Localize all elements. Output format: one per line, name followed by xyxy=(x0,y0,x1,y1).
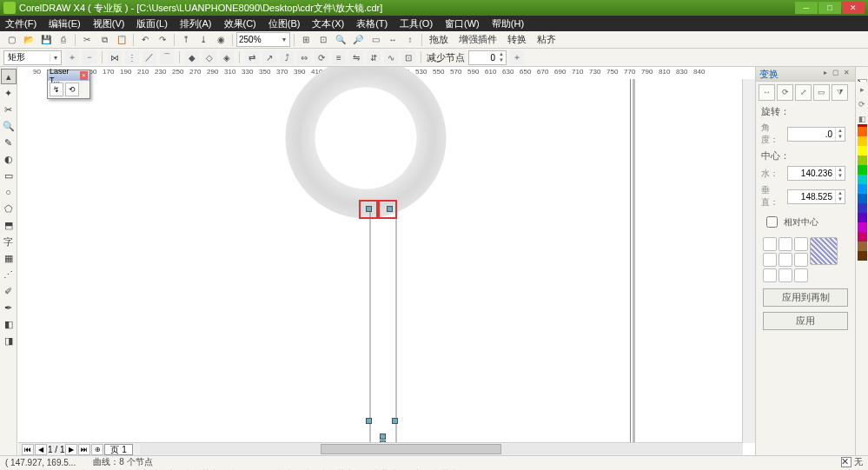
curve-node[interactable] xyxy=(392,418,398,424)
anchor-tr[interactable] xyxy=(794,237,808,251)
ring-shape[interactable] xyxy=(285,67,447,219)
add-page-icon[interactable]: ⊕ xyxy=(91,444,103,455)
undo-icon[interactable]: ↶ xyxy=(137,32,153,48)
menu-help[interactable]: 帮助(H) xyxy=(492,17,524,30)
arrow-up-icon[interactable]: ▲ xyxy=(836,190,845,196)
zoom-level[interactable]: ▾ xyxy=(236,32,290,47)
label-enhance[interactable]: 增强插件 xyxy=(459,33,497,46)
eyedropper-icon[interactable]: ✐ xyxy=(1,283,17,299)
laser-btn-1[interactable]: ↯ xyxy=(50,83,63,96)
panel-header[interactable]: Laser T... × xyxy=(48,70,89,81)
label-drag[interactable]: 拖放 xyxy=(429,33,448,46)
anchor-tc[interactable] xyxy=(779,237,792,251)
zoom-input[interactable] xyxy=(237,35,279,44)
angle-input[interactable] xyxy=(788,128,835,141)
reflect-h-icon[interactable]: ⇋ xyxy=(349,50,363,64)
label-paste[interactable]: 粘齐 xyxy=(537,33,556,46)
menu-bitmaps[interactable]: 位图(B) xyxy=(268,17,301,30)
color-swatch[interactable] xyxy=(858,156,867,165)
fill-tool-icon[interactable]: ◧ xyxy=(1,316,17,332)
outline-tool-icon[interactable]: ✒ xyxy=(1,300,17,315)
blend-tool-icon[interactable]: ⋰ xyxy=(1,267,17,282)
rectangle-tool-icon[interactable]: ▭ xyxy=(1,168,17,183)
anchor-mr[interactable] xyxy=(794,253,808,267)
docker-menu-icon[interactable]: ▸ xyxy=(820,69,831,79)
menu-arrange[interactable]: 排列(A) xyxy=(180,17,212,30)
node-join-icon[interactable]: ⋈ xyxy=(108,50,122,64)
new-icon[interactable]: ▢ xyxy=(3,32,19,48)
menu-file[interactable]: 文件(F) xyxy=(5,17,36,30)
scale-icon[interactable]: ⤢ xyxy=(795,84,812,101)
docker-minimize-icon[interactable]: ▢ xyxy=(831,69,841,79)
zoom-height-icon[interactable]: ↕ xyxy=(402,32,418,48)
open-icon[interactable]: 📂 xyxy=(21,32,36,48)
reduce-nodes-spin[interactable]: ▲▼ xyxy=(468,50,507,65)
curve-node[interactable] xyxy=(366,206,372,212)
shape-combo[interactable]: ▾ xyxy=(3,50,62,65)
select-all-nodes-icon[interactable]: ⊡ xyxy=(401,50,415,64)
redo-icon[interactable]: ↷ xyxy=(155,32,170,48)
shape-input[interactable] xyxy=(4,53,50,63)
anchor-bl[interactable] xyxy=(763,268,777,282)
interactive-fill-icon[interactable]: ◨ xyxy=(1,333,17,348)
scrollbar-thumb[interactable] xyxy=(321,444,501,454)
anchor-mc[interactable] xyxy=(779,253,792,267)
node-delete-icon[interactable]: － xyxy=(83,50,96,64)
color-swatch[interactable] xyxy=(858,203,867,213)
reflect-v-icon[interactable]: ⇵ xyxy=(367,50,381,64)
anchor-br[interactable] xyxy=(794,268,808,282)
prev-page-icon[interactable]: ◀ xyxy=(35,444,47,455)
curve-node[interactable] xyxy=(387,206,393,212)
smooth-node-icon[interactable]: ◇ xyxy=(202,50,216,64)
zoom-tool-icon[interactable]: 🔍 xyxy=(1,118,17,134)
anchor-ml[interactable] xyxy=(763,253,777,267)
color-swatch[interactable] xyxy=(858,175,867,184)
relative-checkbox[interactable] xyxy=(766,216,778,228)
center-y-spin[interactable]: ▲▼ xyxy=(787,189,845,204)
arrow-down-icon[interactable]: ▼ xyxy=(836,173,845,179)
color-swatch[interactable] xyxy=(858,251,867,261)
color-swatch[interactable] xyxy=(858,242,867,251)
arrow-up-icon[interactable]: ▲ xyxy=(836,128,845,134)
extract-icon[interactable]: ⤴ xyxy=(280,50,294,64)
color-swatch[interactable] xyxy=(858,165,867,175)
basic-shapes-icon[interactable]: ⬒ xyxy=(1,217,17,233)
chevron-down-icon[interactable]: ▾ xyxy=(279,36,289,43)
save-icon[interactable]: 💾 xyxy=(38,32,54,48)
zoom-out-icon[interactable]: 🔎 xyxy=(350,32,366,48)
fill-indicator[interactable]: ✕ 无 xyxy=(841,456,863,468)
print-icon[interactable]: ⎙ xyxy=(56,32,71,48)
rotate-icon[interactable]: ⟳ xyxy=(777,84,793,101)
reduce-nodes-input[interactable] xyxy=(469,53,497,63)
color-swatch[interactable] xyxy=(858,127,867,136)
smart-fill-icon[interactable]: ◐ xyxy=(1,151,17,167)
rotate-node-icon[interactable]: ⟳ xyxy=(315,50,328,64)
zoom-width-icon[interactable]: ↔ xyxy=(385,32,401,48)
align-node-icon[interactable]: ≡ xyxy=(332,50,346,64)
docker-close-icon[interactable]: ✕ xyxy=(841,69,851,79)
last-page-icon[interactable]: ⏭ xyxy=(78,444,90,455)
import-icon[interactable]: ⤒ xyxy=(178,32,194,48)
center-x-input[interactable] xyxy=(788,167,835,180)
color-swatch[interactable] xyxy=(858,232,867,242)
minimize-button[interactable]: ─ xyxy=(795,2,818,14)
polygon-tool-icon[interactable]: ⬠ xyxy=(1,201,17,216)
apply-button[interactable]: 应用 xyxy=(763,312,848,330)
pick-tool-icon[interactable]: ▴ xyxy=(1,69,17,84)
paste-icon[interactable]: 📋 xyxy=(114,32,129,48)
position-icon[interactable]: ↔ xyxy=(759,84,775,101)
page-tab[interactable]: 页 1 xyxy=(104,444,132,455)
zoom-fit-icon[interactable]: ⊡ xyxy=(315,32,331,48)
anchor-bc[interactable] xyxy=(779,268,792,282)
curve-node[interactable] xyxy=(380,434,386,440)
maximize-button[interactable]: □ xyxy=(818,2,841,14)
laser-btn-2[interactable]: ⟲ xyxy=(65,83,79,96)
menu-text[interactable]: 文本(X) xyxy=(312,17,344,30)
text-tool-icon[interactable]: 字 xyxy=(1,234,17,249)
arrow-down-icon[interactable]: ▼ xyxy=(497,57,506,63)
freehand-tool-icon[interactable]: ✎ xyxy=(1,135,17,150)
arrow-down-icon[interactable]: ▼ xyxy=(836,196,845,202)
laser-panel[interactable]: Laser T... × ↯ ⟲ xyxy=(47,70,90,99)
vertical-scrollbar[interactable] xyxy=(742,79,755,443)
publish-icon[interactable]: ◉ xyxy=(213,32,229,48)
